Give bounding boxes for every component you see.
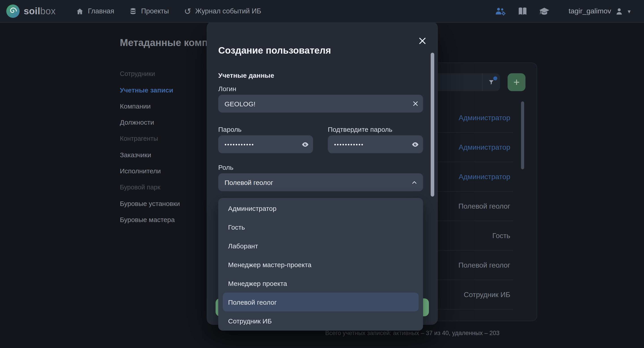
role-option[interactable]: Менеджер проекта [218, 274, 423, 293]
role-select[interactable]: Полевой геолог [218, 173, 423, 191]
toggle-confirm-visibility-icon[interactable] [407, 135, 423, 153]
nav-item-home[interactable]: Главная [76, 7, 114, 15]
sidebar-item[interactable]: Буровые установки [120, 198, 180, 208]
soilbox-spiral-logo-icon [6, 4, 20, 18]
app-root: soilbox Главная Проекты ↺ Журнал событий… [0, 0, 644, 348]
login-field-wrap [218, 95, 423, 113]
role-option[interactable]: Администратор [218, 199, 423, 217]
role-option[interactable]: Гость [218, 217, 423, 236]
role-label: Роль [218, 164, 234, 171]
role-cell: Сотрудник ИБ [464, 291, 510, 299]
home-icon [76, 7, 84, 15]
nav-item-projects[interactable]: Проекты [130, 7, 169, 15]
chevron-down-icon: ▾ [628, 8, 630, 14]
close-icon[interactable] [417, 36, 427, 46]
role-option[interactable]: Сотрудник ИБ [218, 311, 423, 330]
nav-item-label: Проекты [141, 7, 169, 15]
sidebar-item[interactable]: Буровой парк [120, 182, 180, 192]
login-label: Логин [218, 85, 236, 92]
clear-login-icon[interactable] [408, 95, 423, 113]
table-scrollbar[interactable] [521, 101, 524, 169]
nav-item-label: Журнал событий ИБ [195, 7, 261, 15]
filter-button[interactable] [482, 73, 500, 91]
sidebar-item[interactable]: Учетные записи [120, 85, 180, 95]
filter-active-badge [493, 76, 497, 80]
role-option[interactable]: Лаборант [218, 236, 423, 255]
role-cell: Полевой геолог [458, 202, 510, 210]
role-dropdown-list: Администратор Гость Лаборант Менеджер ма… [218, 198, 423, 331]
role-cell: Гость [492, 232, 510, 240]
projects-stack-icon [130, 7, 137, 15]
password-input[interactable] [218, 141, 297, 148]
modal-scrollbar[interactable] [431, 53, 434, 196]
confirm-password-label: Подтвердите пароль [328, 126, 392, 133]
history-icon: ↺ [184, 7, 191, 15]
user-management-icon[interactable] [495, 7, 506, 16]
nav-item-label: Главная [88, 7, 114, 15]
role-select-value: Полевой геолог [218, 178, 405, 186]
sidebar-nav: Сотрудники Учетные записи Компании Должн… [120, 62, 180, 230]
role-option[interactable]: Полевой геолог [223, 293, 418, 311]
chevron-up-icon [405, 179, 423, 185]
role-cell: Администратор [459, 173, 510, 181]
confirm-password-input[interactable] [328, 141, 407, 148]
main-nav: Главная Проекты ↺ Журнал событий ИБ [76, 7, 261, 15]
app-logo[interactable]: soilbox [6, 4, 56, 18]
sidebar-item[interactable]: Исполнители [120, 166, 180, 175]
username-label: tagir_galimov [569, 7, 611, 15]
education-cap-icon[interactable] [539, 7, 550, 15]
role-option[interactable]: Менеджер мастер-проекта [218, 255, 423, 274]
docs-book-icon[interactable] [518, 7, 528, 15]
nav-item-security-log[interactable]: ↺ Журнал событий ИБ [184, 7, 261, 15]
credentials-section-heading: Учетные данные [218, 71, 274, 79]
add-account-button[interactable]: + [508, 73, 526, 91]
sidebar-item[interactable]: Сотрудники [120, 69, 180, 79]
sidebar-item[interactable]: Компании [120, 101, 180, 111]
app-logo-text: soilbox [24, 6, 56, 16]
role-cell: Администратор [459, 143, 510, 151]
password-field-wrap [218, 135, 313, 153]
top-navigation-bar: soilbox Главная Проекты ↺ Журнал событий… [0, 0, 644, 23]
role-cell: Администратор [459, 114, 510, 122]
user-menu[interactable]: tagir_galimov ▾ [569, 7, 630, 15]
accounts-summary: Всего учетных записей: активных – 37 из … [191, 330, 634, 336]
sidebar-item[interactable]: Должности [120, 117, 180, 127]
modal-title: Создание пользователя [218, 45, 331, 56]
login-input[interactable] [218, 100, 408, 107]
role-cell: Полевой геолог [458, 261, 510, 269]
confirm-password-field-wrap [328, 135, 423, 153]
password-label: Пароль [218, 126, 242, 133]
topbar-icons [495, 7, 550, 16]
plus-icon: + [514, 76, 520, 88]
sidebar-item[interactable]: Буровые мастера [120, 214, 180, 224]
toggle-password-visibility-icon[interactable] [297, 135, 313, 153]
sidebar-item[interactable]: Заказчики [120, 150, 180, 160]
user-avatar-icon [615, 7, 624, 15]
topbar-right: tagir_galimov ▾ [495, 7, 630, 16]
create-user-modal: Создание пользователя Учетные данные Лог… [206, 21, 438, 325]
filter-funnel-icon [488, 79, 495, 86]
sidebar-item[interactable]: Контрагенты [120, 134, 180, 143]
